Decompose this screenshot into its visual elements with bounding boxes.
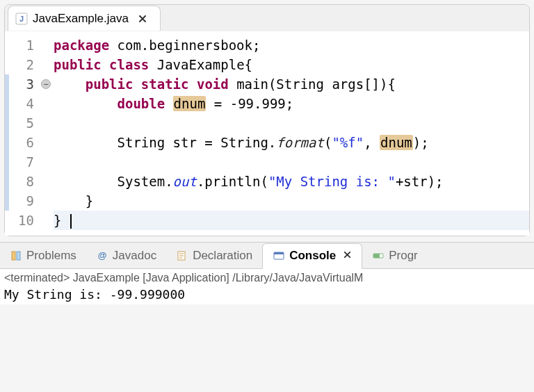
tab-label: Problems [26,249,76,263]
java-file-icon: J [15,13,28,25]
highlighted-variable: dnum [173,96,207,111]
code-text: .println( [197,174,268,189]
tab-javadoc[interactable]: @ Javadoc [86,243,166,268]
tab-console[interactable]: Console [262,243,362,269]
fold-collapse-icon[interactable]: − [41,79,51,89]
editor-tab-bar: J JavaExample.java [5,5,529,31]
svg-rect-9 [373,254,380,258]
code-text: } [54,193,93,209]
console-body[interactable]: <terminated> JavaExample [Java Applicati… [0,269,534,304]
line-gutter: 1 2 3 4 5 6 7 8 9 10 [5,35,41,230]
tab-label: Javadoc [113,249,156,263]
svg-rect-2 [12,252,15,260]
code-text [165,96,172,111]
string-literal: "%f" [332,135,364,150]
code-text: main(String args[]){ [229,76,396,92]
console-output: My String is: -99.999000 [4,287,530,302]
text-cursor [70,214,72,229]
line-number: 7 [5,152,34,172]
keyword: double [118,96,165,111]
keyword: package [54,38,109,53]
tab-label: Progr [389,249,418,263]
javadoc-icon: @ [96,250,108,262]
code-text [54,76,86,92]
line-number: 1 [5,35,34,55]
close-icon[interactable] [343,249,352,263]
code-text: System. [54,174,173,189]
keyword: void [197,76,229,92]
fold-strip: − [41,35,54,230]
progress-icon [372,250,385,262]
editor-tab[interactable]: J JavaExample.java [8,6,161,31]
code-text [54,96,118,111]
line-number: 9 [5,191,34,211]
declaration-icon [176,250,188,262]
keyword: class [109,57,149,72]
tab-declaration[interactable]: Declaration [166,243,262,268]
keyword: static [141,76,189,92]
string-literal: "My String is: " [268,174,396,189]
keyword: public [86,76,134,92]
close-icon[interactable] [136,13,149,25]
line-number: 3 [5,74,34,94]
editor-tab-title: JavaExample.java [33,12,129,26]
keyword: public [54,57,102,72]
tab-problems[interactable]: Problems [0,243,86,268]
problems-icon [10,250,22,262]
console-icon [273,250,285,262]
code-text: ); [413,135,429,150]
line-number: 5 [5,113,34,133]
static-field: out [173,174,197,189]
tab-label: Declaration [193,249,252,263]
svg-text:@: @ [97,250,106,261]
code-text: = -99.999; [206,96,293,111]
code-text: ( [324,135,332,150]
tab-label: Console [289,249,336,263]
code-body[interactable]: package com.beginnersbook; public class … [54,35,529,230]
line-number: 4 [5,94,34,113]
code-text: , [364,135,380,150]
static-method: format [276,135,324,150]
code-text: +str); [396,174,444,189]
tab-progress[interactable]: Progr [362,243,428,268]
code-text: String str = String. [54,135,276,150]
svg-rect-3 [17,252,20,260]
svg-text:J: J [19,15,24,23]
code-editor[interactable]: 1 2 3 4 5 6 7 8 9 10 − package com.begin… [5,31,529,236]
code-text: } [54,213,70,228]
line-number: 10 [5,211,34,230]
highlighted-variable: dnum [380,135,413,150]
code-text: com.beginnersbook; [109,38,260,53]
console-status: <terminated> JavaExample [Java Applicati… [4,272,530,284]
svg-rect-7 [274,252,284,254]
code-text: JavaExample{ [149,57,252,72]
line-number: 6 [5,133,34,152]
bottom-panel: Problems @ Javadoc Declaration Console [0,242,534,304]
line-number: 2 [5,55,34,74]
editor-pane: J JavaExample.java 1 2 3 4 5 6 7 8 9 10 [4,4,530,236]
line-number: 8 [5,172,34,191]
panel-tab-bar: Problems @ Javadoc Declaration Console [0,243,534,269]
